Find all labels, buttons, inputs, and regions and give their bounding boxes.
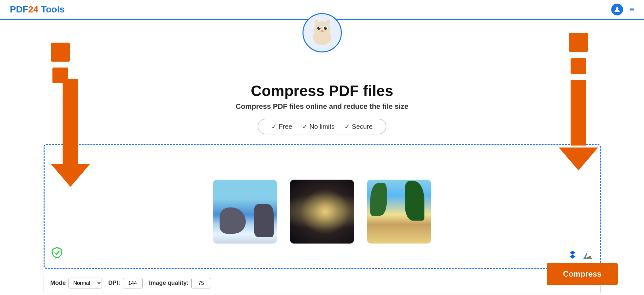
mode-group: Mode Normal Strong Extreme	[50, 278, 102, 288]
page-subtitle: Compress PDF files online and reduce the…	[236, 102, 408, 111]
right-arrow-head	[559, 148, 598, 170]
quality-group: Image quality:	[149, 278, 211, 288]
dpi-group: DPI:	[108, 278, 143, 288]
quality-input[interactable]	[191, 278, 211, 288]
svg-point-5	[317, 27, 321, 30]
thumbnails	[213, 180, 431, 244]
left-arrow-shaft	[63, 79, 78, 164]
settings-bar: Mode Normal Strong Extreme DPI: Image qu…	[44, 273, 601, 293]
mode-label: Mode	[50, 280, 66, 286]
svg-point-7	[319, 27, 320, 28]
svg-marker-12	[570, 251, 576, 259]
dpi-label: DPI:	[108, 280, 120, 286]
main-content: Compress PDF files Compress PDF files on…	[0, 56, 644, 293]
left-arrow-head	[51, 164, 90, 187]
feature-secure: ✓ Secure	[344, 123, 373, 130]
mascot	[302, 13, 342, 52]
feature-free: ✓ Free	[271, 123, 292, 130]
menu-icon[interactable]: ≡	[630, 5, 634, 14]
page-title: Compress PDF files	[251, 82, 393, 100]
orange-square-3	[569, 33, 588, 52]
orange-square-4	[571, 58, 586, 74]
quality-label: Image quality:	[149, 280, 189, 286]
logo: PDF24 Tools	[10, 4, 65, 15]
compress-button[interactable]: Compress	[547, 263, 618, 285]
svg-point-0	[616, 7, 618, 10]
mode-select[interactable]: Normal Strong Extreme	[68, 278, 102, 288]
mascot-container	[0, 20, 644, 56]
dpi-input[interactable]	[123, 278, 143, 288]
security-icon	[51, 247, 63, 261]
features-badge: ✓ Free ✓ No limits ✓ Secure	[258, 119, 386, 134]
left-decoration	[51, 43, 70, 83]
user-icon[interactable]	[611, 4, 623, 15]
drop-zone[interactable]	[44, 144, 601, 269]
thumbnail-ocean	[213, 180, 277, 244]
dropbox-icon[interactable]	[567, 250, 578, 261]
right-arrow-shaft-top	[571, 80, 586, 146]
orange-square-1	[51, 43, 70, 62]
thumbnail-galaxy	[290, 180, 354, 244]
feature-nolimits: ✓ No limits	[302, 123, 335, 130]
cloud-icons	[567, 250, 593, 261]
svg-point-6	[324, 27, 327, 30]
left-arrow	[51, 79, 90, 187]
right-decoration	[559, 33, 598, 170]
header-right: ≡	[611, 4, 634, 15]
svg-point-9	[321, 30, 324, 32]
gdrive-icon[interactable]	[582, 250, 593, 261]
svg-point-8	[325, 27, 326, 28]
thumbnail-beach	[367, 180, 431, 244]
